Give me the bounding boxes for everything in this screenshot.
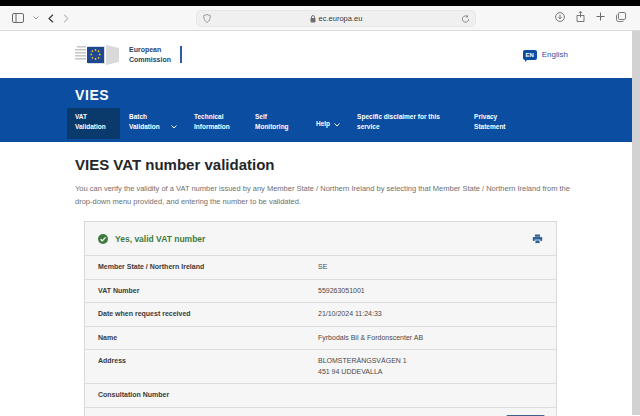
- nav-technical-information[interactable]: Technical Information: [194, 108, 238, 139]
- sidebar-icon[interactable]: [12, 13, 24, 23]
- back-icon[interactable]: [48, 14, 54, 23]
- window-edge: [632, 31, 640, 415]
- table-row: Name Fyrbodals Bil & Fordonscenter AB: [85, 326, 556, 350]
- reload-icon[interactable]: [461, 14, 470, 26]
- table-row: Consultation Number: [85, 383, 556, 407]
- valid-check-icon: [98, 230, 108, 248]
- share-icon[interactable]: [576, 11, 585, 22]
- vies-title: VIES: [75, 78, 640, 103]
- logo-line2: Commission: [129, 55, 171, 64]
- chevron-down-icon[interactable]: [33, 16, 39, 20]
- validation-result-card: Yes, valid VAT number Member State / Nor…: [84, 221, 557, 416]
- nav-self-monitoring[interactable]: Self Monitoring: [255, 108, 299, 139]
- ec-flag-icon: [75, 42, 123, 68]
- tab-overview-icon[interactable]: [616, 12, 626, 22]
- row-value: 21/10/2024 11:24:33: [318, 309, 382, 320]
- row-value: 559263051001: [318, 286, 365, 297]
- downloads-icon[interactable]: [555, 12, 565, 22]
- nav-help[interactable]: Help: [316, 108, 340, 139]
- nav-privacy-statement[interactable]: Privacy Statement: [474, 108, 510, 139]
- row-label: VAT Number: [98, 286, 318, 297]
- table-row: VAT Number 559263051001: [85, 279, 556, 303]
- forward-icon[interactable]: [63, 14, 69, 23]
- page-description: You can verify the validity of a VAT num…: [75, 182, 575, 208]
- privacy-shield-icon[interactable]: [203, 14, 211, 25]
- language-label: English: [542, 50, 568, 59]
- row-label: Consultation Number: [98, 390, 318, 401]
- screen: ec.europa.eu: [0, 0, 640, 416]
- language-badge: EN: [523, 50, 537, 60]
- page-title: VIES VAT number validation: [75, 156, 575, 173]
- nav-specific-disclaimer[interactable]: Specific disclaimer for this service: [357, 108, 457, 139]
- row-value: Fyrbodals Bil & Fordonscenter AB: [318, 333, 423, 344]
- vies-banner: VIES VAT Validation Batch Validation Tec…: [0, 78, 640, 142]
- table-row: Address BLOMSTERÄNGSVÄGEN 1 451 94 UDDEV…: [85, 349, 556, 383]
- main-nav: VAT Validation Batch Validation Technica…: [75, 108, 640, 139]
- row-label: Date when request received: [98, 309, 318, 320]
- status-text: Yes, valid VAT number: [115, 234, 205, 244]
- row-label: Name: [98, 333, 318, 344]
- logo-line1: European: [129, 45, 171, 54]
- address-bar[interactable]: ec.europa.eu: [196, 10, 476, 27]
- language-selector[interactable]: EN English: [523, 50, 568, 60]
- card-footer: Back: [85, 407, 556, 416]
- row-label: Member State / Northern Ireland: [98, 262, 318, 273]
- chevron-down-icon: [171, 122, 177, 132]
- new-tab-icon[interactable]: [596, 12, 605, 21]
- browser-toolbar: ec.europa.eu: [0, 6, 640, 31]
- european-commission-logo[interactable]: European Commission: [75, 42, 182, 68]
- logo-bar: [180, 46, 182, 63]
- lock-icon: [310, 15, 316, 23]
- row-value: SE: [318, 262, 327, 273]
- print-icon[interactable]: [532, 234, 543, 244]
- table-row: Date when request received 21/10/2024 11…: [85, 302, 556, 326]
- table-row: Member State / Northern Ireland SE: [85, 255, 556, 279]
- page-body: European Commission EN English VIES VAT …: [0, 31, 640, 415]
- row-value: BLOMSTERÄNGSVÄGEN 1 451 94 UDDEVALLA: [318, 356, 407, 377]
- result-header: Yes, valid VAT number: [85, 222, 556, 255]
- chevron-down-icon: [334, 120, 340, 130]
- nav-batch-validation[interactable]: Batch Validation: [129, 108, 177, 139]
- row-label: Address: [98, 356, 318, 367]
- main-content: VIES VAT number validation You can verif…: [0, 142, 640, 416]
- url-text: ec.europa.eu: [319, 14, 363, 23]
- site-header: European Commission EN English: [0, 31, 640, 78]
- nav-vat-validation[interactable]: VAT Validation: [67, 108, 120, 139]
